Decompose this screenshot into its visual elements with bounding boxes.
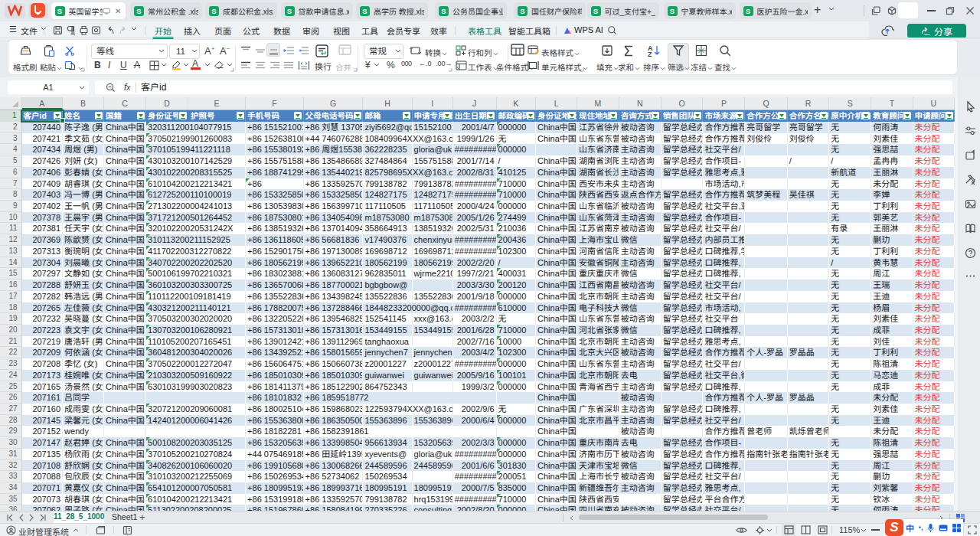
svg-text:Z: Z bbox=[648, 51, 652, 57]
